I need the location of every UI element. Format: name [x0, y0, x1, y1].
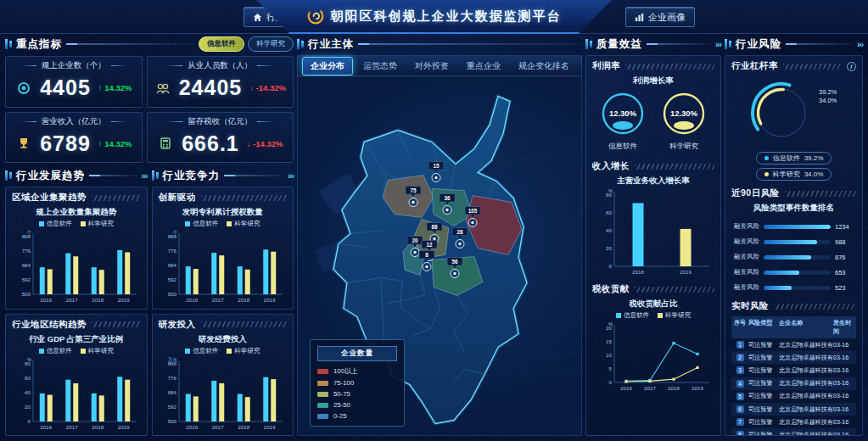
map-tab[interactable]: 企业分布 [302, 57, 353, 75]
svg-text:20: 20 [606, 245, 612, 251]
legend-swatch [227, 221, 232, 226]
svg-text:20: 20 [412, 237, 418, 243]
table-row[interactable]: 3司法预警北京启翔卓越科技有限公司03-16 [731, 364, 856, 377]
panel-title: 质量效益 [596, 37, 642, 52]
table-header-row: 序号风险类型企业名称发生时间 [731, 316, 856, 338]
map-legend-item: 50-75 [317, 390, 397, 398]
info-icon[interactable] [847, 62, 856, 71]
risk-bar-label: 融资风险 [731, 222, 759, 231]
map-legend-item: 75-100 [317, 379, 397, 387]
map-legend: 企业数量 100以上75-10050-7525-500-25 [310, 339, 405, 427]
gauge-label: 科学研究 [669, 142, 698, 152]
svg-text:56: 56 [451, 259, 458, 265]
section-subtitle: 行业地区结构趋势 [12, 319, 87, 331]
row-index-badge: 1 [736, 341, 744, 349]
legend-label: 科学研究 [88, 220, 114, 227]
section-subtitle: 利润率 [592, 60, 620, 72]
svg-text:2018: 2018 [238, 424, 250, 430]
legend-item: 信息软件 [616, 311, 649, 320]
company-name-cell: 北京启翔卓越科技有限公司 [779, 431, 833, 436]
table-row[interactable]: 2司法预警北京启翔卓越科技有限公司03-16 [731, 351, 856, 364]
realtime-risk-table: 序号风险类型企业名称发生时间1司法预警北京启翔卓越科技有限公司03-162司法预… [731, 316, 856, 436]
svg-text:2018: 2018 [238, 297, 250, 303]
row-index-badge: 4 [736, 380, 744, 388]
legend-swatch [81, 349, 86, 354]
panel-title: 行业竞争力 [163, 169, 221, 183]
map-tab[interactable]: 规企变化排名 [511, 58, 577, 75]
risk-bar-fill [764, 271, 799, 275]
legend-item: 科学研究 [227, 347, 260, 355]
risk-bar-row: 融资风险1234 [731, 222, 856, 231]
legend-label: 信息软件 [47, 347, 72, 354]
map-tab[interactable]: 对外投资 [407, 58, 456, 75]
more-arrows-button[interactable]: ››› [288, 171, 294, 181]
more-arrows-button[interactable]: ››› [857, 40, 863, 49]
map-tab[interactable]: 重点企业 [459, 58, 508, 75]
panel-accent-icon [152, 170, 159, 181]
indicator-delta: ↑ 14.32% [98, 139, 132, 148]
svg-text:10: 10 [606, 352, 612, 358]
hatch-decoration [201, 321, 288, 327]
panel-title: 行业发展趋势 [16, 169, 85, 183]
legend-label: 科学研究 [88, 347, 114, 354]
indicator-card: 营业收入（亿元）6789↑ 14.32% [5, 112, 143, 164]
legend-label: 0-25 [333, 412, 347, 420]
grouped-bar-chart: 020406080%2016201720182019 [12, 355, 141, 433]
chart-legend: 信息软件科学研究 [12, 220, 141, 228]
profit-gauges: 12.30%信息软件12.30%科学研究 [592, 91, 714, 152]
svg-text:684: 684 [168, 262, 177, 268]
legend-swatch [317, 414, 328, 419]
svg-text:2017: 2017 [66, 424, 78, 430]
panel-accent-icon [725, 39, 731, 49]
indicator-tab[interactable]: 信息软件 [199, 36, 244, 52]
risk-bar-value: 876 [835, 254, 856, 261]
tax-line-chart: 05101520%2016201720182019 [592, 320, 714, 393]
indicator-cards: 规上企业数（个）4405↑ 14.32%从业人员数（人）24405↓ -14.3… [5, 56, 294, 163]
chart-legend: 信息软件科学研究 [592, 311, 714, 320]
leverage-legend: 信息软件39.2%科学研究34.0% [756, 152, 832, 181]
svg-text:500: 500 [168, 291, 177, 297]
quality-panel: 质量效益 ››› 利润率 利润增长率 12.30%信息软件12.30%科学研究 … [585, 36, 721, 436]
svg-text:0: 0 [27, 418, 31, 424]
indicator-label: 从业人员数（人） [154, 60, 286, 71]
legend-swatch [39, 349, 44, 354]
legend-label: 50-75 [333, 390, 350, 398]
table-row[interactable]: 1司法预警北京启翔卓越科技有限公司03-16 [731, 338, 856, 351]
svg-text:2018: 2018 [92, 424, 104, 430]
panel-accent-icon [5, 170, 12, 181]
chart-title: 行业 GDP 占第三产业比例 [12, 334, 141, 345]
grouped-bar-chart: 500592684776868个2016201720182019 [159, 228, 288, 306]
svg-text:8: 8 [425, 252, 428, 258]
svg-text:15: 15 [433, 163, 440, 169]
people-icon [154, 80, 171, 97]
svg-text:592: 592 [168, 404, 177, 410]
indicator-delta: ↓ -14.32% [247, 139, 283, 148]
nav-enterprise-profile[interactable]: 企业画像 [625, 7, 695, 27]
legend-item: 信息软件 [39, 220, 72, 228]
indicator-label: 规上企业数（个） [13, 60, 135, 71]
table-row[interactable]: 7司法预警北京启翔卓越科技有限公司03-16 [731, 416, 856, 428]
company-name-cell: 北京启翔卓越科技有限公司 [779, 418, 833, 427]
table-row[interactable]: 8司法预警北京启翔卓越科技有限公司03-16 [731, 428, 856, 436]
table-row[interactable]: 4司法预警北京启翔卓越科技有限公司03-16 [731, 377, 856, 390]
indicator-delta: ↑ 14.32% [98, 83, 132, 92]
map-tab-bar: 企业分布运营态势对外投资重点企业规企变化排名 [297, 55, 582, 76]
indicator-tab[interactable]: 科学研究 [248, 36, 294, 52]
table-header-cell: 发生时间 [833, 319, 856, 336]
legend-swatch [317, 369, 328, 374]
table-row[interactable]: 5司法预警北京启翔卓越科技有限公司03-16 [731, 390, 856, 403]
map-legend-item: 0-25 [317, 412, 397, 420]
hatch-decoration [635, 287, 714, 293]
legend-swatch [227, 349, 232, 354]
more-arrows-button[interactable]: ››› [715, 40, 721, 49]
risk-bar-row: 融资风险653 [731, 268, 856, 276]
bar-chart-icon [635, 13, 644, 22]
table-row[interactable]: 6司法预警北京启翔卓越科技有限公司03-16 [731, 403, 856, 416]
panel-divider [786, 43, 853, 45]
more-arrows-button[interactable]: ››› [142, 171, 148, 181]
map-tab[interactable]: 运营态势 [356, 58, 405, 75]
risk-bar-fill [764, 286, 792, 290]
svg-text:40: 40 [25, 389, 31, 395]
legend-item: 信息软件 [185, 347, 218, 355]
svg-text:776: 776 [168, 248, 177, 254]
